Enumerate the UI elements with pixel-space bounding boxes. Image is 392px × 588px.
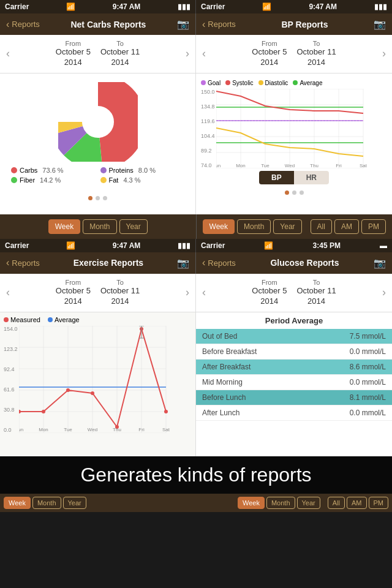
svg-text:Wed: Wed: [87, 427, 97, 432]
svg-text:Sat: Sat: [162, 427, 170, 432]
next-date-bl[interactable]: ›: [183, 286, 192, 299]
from-date-tl: October 52014: [56, 47, 91, 68]
from-label-bl: From: [56, 279, 91, 286]
to-date-tr: October 112014: [296, 47, 336, 68]
svg-point-44: [91, 391, 94, 395]
to-date-bl: October 112014: [100, 286, 140, 307]
from-date-bl: October 52014: [56, 286, 91, 307]
bp-tab-button[interactable]: BP: [259, 171, 294, 184]
exercise-legend: Measured Average: [4, 316, 192, 326]
from-date-br: October 52014: [252, 286, 287, 307]
svg-text:Mon: Mon: [236, 163, 246, 168]
glucose-section: Period Average Out of Bed 7.5 mmol/L Bef…: [196, 312, 392, 421]
back-chevron-bl[interactable]: ‹: [6, 257, 9, 268]
svg-point-47: [164, 410, 168, 413]
to-date-br: October 112014: [296, 286, 336, 307]
camera-icon-br[interactable]: 📷: [374, 257, 386, 269]
bottom-am-tab[interactable]: AM: [347, 497, 367, 509]
prev-date-bl[interactable]: ‹: [4, 286, 12, 299]
carrier-bl: Carrier: [5, 241, 29, 250]
bottom-month-tab-l[interactable]: Month: [32, 497, 61, 509]
to-label-bl: To: [100, 279, 140, 286]
back-label-br[interactable]: Reports: [208, 258, 236, 268]
camera-icon-left[interactable]: 📷: [177, 18, 189, 30]
from-date-tr: October 52014: [252, 47, 287, 68]
pie-chart: [58, 82, 138, 162]
svg-text:Thu: Thu: [310, 163, 318, 168]
back-label-right[interactable]: Reports: [208, 20, 236, 29]
page-title-right: BP Reports: [281, 20, 328, 29]
svg-point-41: [19, 410, 21, 413]
bottom-pm-tab[interactable]: PM: [369, 497, 389, 509]
svg-text:Tue: Tue: [64, 427, 72, 432]
year-tab-tl[interactable]: Year: [119, 219, 148, 234]
bp-dot-2[interactable]: [292, 190, 296, 195]
wifi-icon-right: 📶: [262, 2, 271, 11]
prev-date-left[interactable]: ‹: [4, 47, 12, 60]
am-tab-tr[interactable]: AM: [334, 219, 359, 234]
battery-bl: ▮▮▮: [178, 241, 190, 250]
dot-1[interactable]: [88, 196, 92, 200]
back-label-bl[interactable]: Reports: [12, 258, 40, 268]
exercise-chart: Sun Mon Tue Wed Thu Fri Sat: [19, 326, 192, 433]
back-chevron-right[interactable]: ‹: [202, 19, 205, 30]
back-chevron-left[interactable]: ‹: [6, 19, 9, 30]
bottom-year-tab-r[interactable]: Year: [297, 497, 320, 509]
next-date-left[interactable]: ›: [183, 47, 192, 60]
next-date-right[interactable]: ›: [380, 47, 388, 60]
svg-point-43: [66, 388, 70, 392]
month-tab-tr[interactable]: Month: [237, 219, 271, 234]
camera-icon-right[interactable]: 📷: [374, 18, 386, 30]
back-chevron-br[interactable]: ‹: [202, 257, 205, 268]
glucose-row-before-breakfast: Before Breakfast 0.0 mmol/L: [196, 344, 392, 360]
bottom-month-tab-r[interactable]: Month: [266, 497, 295, 509]
to-label-tl: To: [100, 40, 140, 47]
month-tab-tl[interactable]: Month: [83, 219, 116, 234]
wifi-icon-br: 📶: [264, 241, 273, 250]
svg-text:Fri: Fri: [336, 163, 342, 168]
time-bl: 9:47 AM: [113, 241, 141, 250]
dot-2[interactable]: [96, 196, 100, 200]
all-tab-tr[interactable]: All: [311, 219, 332, 234]
page-title-left: Net Carbs Reports: [70, 20, 146, 29]
dot-3[interactable]: [103, 196, 107, 200]
pie-legend: Carbs73.6 % Proteins8.0 % Fiber14.2 % Fa…: [6, 164, 189, 186]
hr-tab-button[interactable]: HR: [294, 171, 329, 184]
svg-text:Sun: Sun: [19, 427, 23, 432]
glucose-table: Out of Bed 7.5 mmol/L Before Breakfast 0…: [196, 329, 392, 421]
bp-legend: Goal Systolic Diastolic Average: [201, 78, 387, 89]
svg-text:Fri: Fri: [138, 427, 145, 432]
carrier-br: Carrier: [201, 241, 225, 250]
carrier-left: Carrier: [5, 2, 29, 11]
svg-text:Mon: Mon: [39, 427, 48, 432]
bottom-week-tab-r[interactable]: Week: [238, 497, 265, 509]
bp-dot-3[interactable]: [300, 190, 304, 195]
prev-date-right[interactable]: ‹: [200, 47, 208, 60]
week-tab-tr[interactable]: Week: [203, 219, 235, 234]
battery-left: ▮▮▮: [178, 2, 190, 11]
bottom-week-tab-l[interactable]: Week: [4, 497, 31, 509]
to-label-br: To: [296, 279, 336, 286]
camera-icon-bl[interactable]: 📷: [177, 257, 189, 269]
week-tab-tl[interactable]: Week: [48, 219, 80, 234]
year-tab-tr[interactable]: Year: [273, 219, 301, 234]
bottom-tab-bar: Week Month Year Week Month Year All AM P…: [0, 494, 392, 512]
bottom-year-tab-l[interactable]: Year: [63, 497, 86, 509]
glucose-row-before-lunch: Before Lunch 8.1 mmol/L: [196, 390, 392, 405]
pm-tab-tr[interactable]: PM: [361, 219, 386, 234]
bottom-all-tab[interactable]: All: [328, 497, 345, 509]
svg-text:Sat: Sat: [360, 163, 368, 168]
carrier-right: Carrier: [201, 2, 225, 11]
back-label-left[interactable]: Reports: [12, 20, 40, 29]
glucose-row-after-lunch: After Lunch 0.0 mmol/L: [196, 405, 392, 421]
glucose-row-mid-morning: Mid Morning 0.0 mmol/L: [196, 375, 392, 390]
period-average-title: Period Average: [196, 312, 392, 329]
time-left: 9:47 AM: [113, 2, 141, 11]
glucose-row-out-of-bed: Out of Bed 7.5 mmol/L: [196, 329, 392, 344]
prev-date-br[interactable]: ‹: [200, 286, 208, 299]
page-title-br: Glucose Reports: [270, 258, 339, 268]
from-label-br: From: [252, 279, 287, 286]
next-date-br[interactable]: ›: [380, 286, 388, 299]
from-label-tr: From: [252, 40, 287, 47]
bp-dot-1[interactable]: [285, 190, 289, 195]
